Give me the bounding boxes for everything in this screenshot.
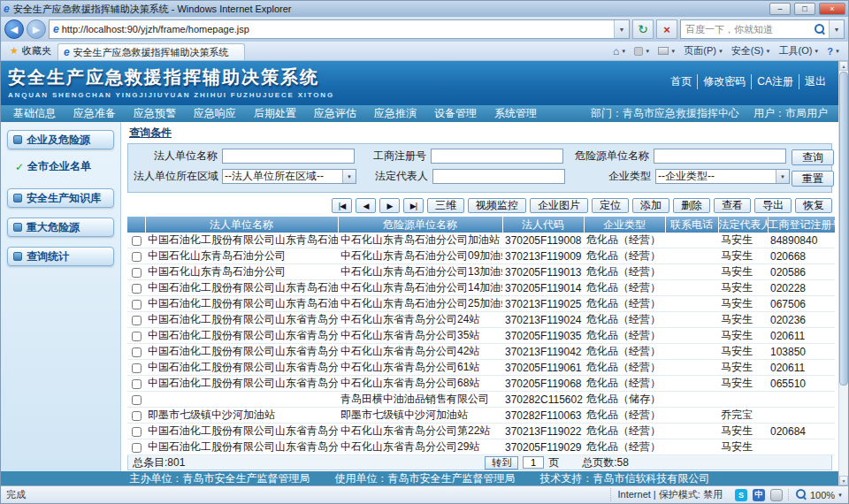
row-checkbox[interactable]: [132, 252, 142, 262]
prev-page-button[interactable]: ◀: [356, 198, 376, 213]
url-input[interactable]: [62, 21, 611, 37]
safety-menu-label: 安全(S): [731, 44, 764, 57]
row-checkbox[interactable]: [132, 443, 142, 453]
link-change-password[interactable]: 修改密码: [698, 74, 752, 89]
nav-item-emergency-evaluation[interactable]: 应急评估: [305, 106, 365, 121]
keyboard-tray-icon[interactable]: [770, 489, 783, 501]
goto-page-button[interactable]: 转到: [485, 456, 518, 470]
table-row[interactable]: 中国石化山东青岛石油分公司 中石化山东青岛石油分公司13加油站 370205F1…: [127, 264, 835, 280]
row-checkbox[interactable]: [132, 411, 142, 421]
row-checkbox[interactable]: [132, 363, 142, 373]
video-monitor-button[interactable]: 视频监控: [468, 198, 526, 213]
nav-item-post-disposal[interactable]: 后期处置: [245, 106, 305, 121]
table-row[interactable]: 青岛田横中油油品销售有限公司 370282C115602 危化品（储存）: [127, 392, 835, 408]
scroll-up-icon[interactable]: ▲: [839, 61, 848, 71]
forward-button[interactable]: ▶: [27, 19, 46, 39]
legal-rep-input[interactable]: [432, 169, 565, 184]
last-page-button[interactable]: ▶|: [403, 198, 424, 213]
page-menu[interactable]: 页面(P)▼: [680, 44, 727, 57]
search-box[interactable]: 百度一下，你就知道 ▼: [680, 19, 845, 39]
business-no-input[interactable]: [431, 149, 563, 164]
nav-item-emergency-drill[interactable]: 应急推演: [365, 106, 425, 121]
sidebar-item-enterprise-hazard[interactable]: 企业及危险源: [7, 130, 114, 149]
home-button[interactable]: ⌂▼: [609, 45, 630, 57]
stop-button[interactable]: ×: [656, 19, 677, 39]
table-row[interactable]: 中国石油化工股份有限公司山东省青岛分公司 中石化山东省青岛分公司24站 3702…: [127, 312, 835, 328]
link-home[interactable]: 首页: [665, 74, 698, 89]
sidebar-item-city-enterprise-list[interactable]: ✓ 全市企业名单: [15, 159, 120, 174]
three-d-button[interactable]: 三维: [427, 198, 464, 213]
nav-item-emergency-prep[interactable]: 应急准备: [65, 106, 125, 121]
tools-menu[interactable]: 工具(O)▼: [775, 44, 822, 57]
view-button[interactable]: 查看: [714, 198, 751, 213]
next-page-button[interactable]: ▶: [379, 198, 400, 213]
table-row[interactable]: 中国石油化工股份有限公司山东青岛石油分公司 中石化山东青岛石油分公司加油站 37…: [127, 233, 835, 248]
table-row[interactable]: 中国石油化工股份有限公司山东青岛石油分公司 中石化山东青岛石油分公司25加油站 …: [127, 296, 835, 312]
export-button[interactable]: 导出: [754, 198, 792, 213]
enterprise-photo-button[interactable]: 企业图片: [530, 198, 588, 213]
nav-item-system-management[interactable]: 系统管理: [486, 106, 546, 121]
link-ca-register[interactable]: CA注册: [752, 74, 799, 89]
row-checkbox[interactable]: [132, 268, 142, 278]
back-button[interactable]: ◀: [4, 19, 24, 39]
delete-button[interactable]: 删除: [673, 198, 710, 213]
row-checkbox[interactable]: [132, 236, 142, 246]
table-row[interactable]: 中国石油化工股份有限公司山东省青岛分公司 中石化山东省青岛分公司42站 3702…: [127, 344, 835, 360]
table-row[interactable]: 即墨市七级镇中沙河加油站 即墨市七级镇中沙河加油站 370282F110063 …: [127, 408, 835, 424]
table-row[interactable]: 中国石油化工股份有限公司山东青岛石油分公司 中石化山东青岛石油分公司14加油站 …: [127, 280, 835, 296]
locate-button[interactable]: 定位: [592, 198, 629, 213]
scrollbar-thumb[interactable]: [839, 72, 848, 386]
legal-name-input[interactable]: [222, 149, 355, 164]
sidebar-item-safety-knowledge[interactable]: 安全生产知识库: [7, 188, 114, 208]
row-checkbox[interactable]: [132, 427, 142, 437]
row-checkbox[interactable]: [132, 379, 142, 389]
nav-item-device-management[interactable]: 设备管理: [425, 106, 486, 121]
search-dropdown-icon[interactable]: ▼: [829, 20, 844, 38]
row-checkbox[interactable]: [132, 332, 142, 341]
row-checkbox[interactable]: [132, 395, 142, 405]
print-button[interactable]: ▼: [654, 47, 679, 55]
table-row[interactable]: 中国石油化工股份有限公司山东省青岛分公司 中石化山东省青岛分公司29站 3702…: [127, 439, 835, 455]
row-checkbox[interactable]: [132, 316, 142, 325]
feeds-button[interactable]: ▼: [631, 47, 654, 56]
scroll-down-icon[interactable]: ▼: [839, 476, 848, 485]
refresh-button[interactable]: ↻: [632, 19, 654, 39]
row-checkbox[interactable]: [132, 300, 142, 309]
help-menu[interactable]: ?▼: [823, 46, 844, 57]
search-icon[interactable]: [815, 24, 826, 35]
enterprise-type-select[interactable]: --企业类型-- ▼: [655, 169, 790, 184]
table-row[interactable]: 中国石油化工股份有限公司山东省青岛分公司 中石化山东省青岛分公司61站 3702…: [127, 360, 835, 376]
safety-menu[interactable]: 安全(S)▼: [728, 44, 775, 57]
ime-tray-icon[interactable]: 中: [753, 489, 765, 501]
restore-button[interactable]: 恢复: [795, 198, 832, 213]
skype-tray-icon[interactable]: S: [735, 489, 747, 501]
region-select[interactable]: --法人单位所在区域-- ▼: [222, 169, 356, 184]
table-row[interactable]: 中国石油化工股份有限公司山东省青岛分公司 中石化山东省青岛分公司35站 3702…: [127, 328, 835, 344]
nav-item-emergency-warning[interactable]: 应急预警: [125, 106, 185, 121]
maximize-button[interactable]: □: [794, 3, 815, 15]
search-input[interactable]: 百度一下，你就知道: [685, 23, 812, 36]
search-button[interactable]: 查询: [792, 149, 834, 165]
row-checkbox[interactable]: [132, 284, 142, 294]
table-row[interactable]: 中国石油化工股份有限公司山东省青岛分公司 中石化山东省青岛分公司第22站 370…: [127, 424, 835, 439]
reset-button[interactable]: 重置: [792, 171, 834, 187]
row-checkbox[interactable]: [132, 347, 142, 357]
browser-tab[interactable]: e 安全生产应急救援指挥辅助决策系统: [57, 43, 245, 60]
add-button[interactable]: 添加: [632, 198, 669, 213]
close-button[interactable]: ×: [819, 3, 845, 15]
url-dropdown-icon[interactable]: ▼: [614, 20, 629, 38]
minimize-button[interactable]: –: [769, 3, 791, 15]
first-page-button[interactable]: |◀: [332, 198, 352, 213]
zoom-control[interactable]: 100% ▼: [788, 489, 843, 500]
vertical-scrollbar[interactable]: ▲ ▼: [838, 61, 848, 485]
nav-item-emergency-response[interactable]: 应急响应: [185, 106, 245, 121]
nav-item-basic-info[interactable]: 基础信息: [4, 106, 65, 121]
table-row[interactable]: 中国石油化工股份有限公司山东省青岛分公司 中石化山东省青岛分公司68站 3702…: [127, 376, 835, 392]
sidebar-item-major-hazard[interactable]: 重大危险源: [7, 218, 114, 237]
link-logout[interactable]: 退出: [799, 74, 831, 89]
favorites-button[interactable]: ★ 收藏夹: [4, 42, 57, 60]
table-row[interactable]: 中国石化山东青岛石油分公司 中石化山东青岛石油分公司09加油站 370213F1…: [127, 248, 835, 264]
sidebar-item-query-statistics[interactable]: 查询统计: [7, 247, 114, 266]
page-number-input[interactable]: [523, 456, 544, 469]
hazard-name-input[interactable]: [654, 149, 786, 164]
